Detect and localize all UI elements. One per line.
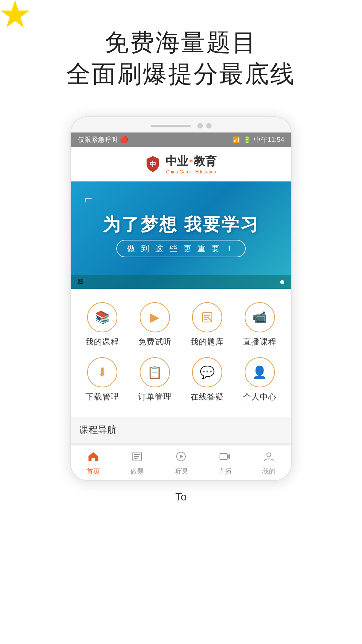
nav-item-exercise[interactable]: 做题 — [115, 451, 159, 476]
svg-point-13 — [267, 453, 271, 457]
bottom-to-text: To — [175, 491, 187, 503]
icon-grid: 📚 我的课程 ▶ 免费试听 我的题库 — [71, 289, 291, 416]
svg-marker-10 — [180, 454, 183, 459]
live-nav-label: 直播 — [218, 467, 232, 476]
battery-icon: 🔋 — [243, 136, 251, 144]
personal-center-icon: 👤 — [245, 357, 275, 387]
online-qa-label: 在线答疑 — [190, 391, 224, 402]
online-qa-icon: 💬 — [192, 357, 222, 387]
home-nav-icon — [87, 451, 99, 465]
app-logo-bar: 中 中业 ® 教育 China Career Education — [71, 147, 291, 181]
status-time: 中午11:54 — [254, 135, 284, 144]
order-mgr-label: 订单管理 — [138, 391, 172, 402]
phone-top-bar — [71, 117, 291, 132]
hero-line2: 全面刷爆提分最底线 — [20, 58, 342, 90]
phone-mockup: 仅限紧急呼叫 🔴 📶 🔋 中午11:54 中 中业 ® 教育 China Car… — [70, 116, 292, 481]
banner-area[interactable]: ⌐ 为了梦想 我要学习 做 到 这 些 更 重 要 ！ 图 — [71, 181, 291, 289]
my-questions-label: 我的题库 — [190, 336, 224, 347]
banner-main-text: 为了梦想 我要学习 — [103, 213, 259, 236]
svg-text:中: 中 — [149, 160, 156, 168]
logo-name-cn2: 教育 — [194, 154, 217, 169]
nav-item-home[interactable]: 首页 — [71, 451, 115, 476]
nav-item-mine[interactable]: 我的 — [247, 451, 291, 476]
bottom-section: To — [0, 481, 362, 510]
phone-dots — [197, 123, 212, 128]
free-trial-icon: ▶ — [140, 302, 170, 332]
svg-rect-11 — [220, 453, 227, 460]
logo-name-cn: 中业 — [166, 154, 188, 169]
course-nav-section: 课程导航 — [71, 417, 291, 443]
phone-dot-2 — [206, 123, 212, 128]
live-nav-icon — [219, 451, 231, 465]
status-bar: 仅限紧急呼叫 🔴 📶 🔋 中午11:54 — [71, 132, 291, 147]
order-mgr-icon: 📋 — [140, 357, 170, 387]
icon-item-my-course[interactable]: 📚 我的课程 — [78, 299, 127, 351]
icon-item-online-qa[interactable]: 💬 在线答疑 — [183, 354, 232, 406]
mine-nav-icon — [263, 451, 275, 465]
phone-dot-1 — [197, 123, 203, 128]
banner-corner-bracket: ⌐ — [84, 192, 92, 205]
my-course-label: 我的课程 — [85, 336, 119, 347]
status-right: 📶 🔋 中午11:54 — [233, 135, 284, 144]
bottom-nav-bar: 首页 做题 — [71, 445, 291, 480]
live-course-label: 直播课程 — [243, 336, 277, 347]
exercise-nav-icon — [131, 451, 143, 465]
exercise-nav-label: 做题 — [130, 467, 144, 476]
banner-dot-indicator — [280, 280, 284, 284]
download-mgr-icon: ⬇ — [87, 357, 117, 387]
phone-mockup-wrapper: 仅限紧急呼叫 🔴 📶 🔋 中午11:54 中 中业 ® 教育 China Car… — [0, 116, 362, 481]
nav-item-live[interactable]: 直播 — [203, 451, 247, 476]
hero-line1: 免费海量题目 — [20, 27, 342, 58]
my-questions-icon — [192, 302, 222, 332]
icon-item-personal-center[interactable]: 👤 个人中心 — [235, 354, 285, 406]
logo-name-en: China Career Education — [166, 169, 217, 174]
mine-nav-label: 我的 — [262, 467, 276, 476]
my-course-icon: 📚 — [87, 302, 117, 332]
wifi-icon: 📶 — [233, 136, 240, 144]
download-mgr-label: 下载管理 — [85, 391, 119, 402]
personal-center-label: 个人中心 — [243, 391, 277, 402]
hero-section: 免费海量题目 全面刷爆提分最底线 — [0, 0, 362, 110]
logo-reg: ® — [189, 158, 193, 164]
icon-item-free-trial[interactable]: ▶ 免费试听 — [130, 299, 180, 351]
nav-item-listen[interactable]: 听课 — [159, 451, 203, 476]
svg-marker-12 — [227, 454, 230, 459]
listen-nav-label: 听课 — [174, 467, 188, 476]
icon-item-order-mgr[interactable]: 📋 订单管理 — [130, 354, 180, 406]
free-trial-label: 免费试听 — [138, 336, 172, 347]
icon-item-live-course[interactable]: 📹 直播课程 — [235, 299, 285, 351]
icon-item-my-questions[interactable]: 我的题库 — [183, 299, 232, 351]
course-nav-title: 课程导航 — [79, 425, 117, 435]
listen-nav-icon — [175, 451, 187, 465]
logo-shield-icon: 中 — [145, 156, 160, 172]
home-nav-label: 首页 — [86, 467, 100, 476]
banner-bottom-bar: 图 — [71, 275, 291, 289]
live-course-icon: 📹 — [245, 302, 275, 332]
status-left: 仅限紧急呼叫 🔴 — [78, 135, 128, 144]
phone-notch — [150, 125, 191, 127]
banner-bottom-label: 图 — [78, 278, 83, 285]
icon-item-download-mgr[interactable]: ⬇ 下载管理 — [78, 354, 127, 406]
logo-text: 中业 ® 教育 China Career Education — [166, 154, 217, 174]
banner-sub-text: 做 到 这 些 更 重 要 ！ — [116, 240, 246, 257]
